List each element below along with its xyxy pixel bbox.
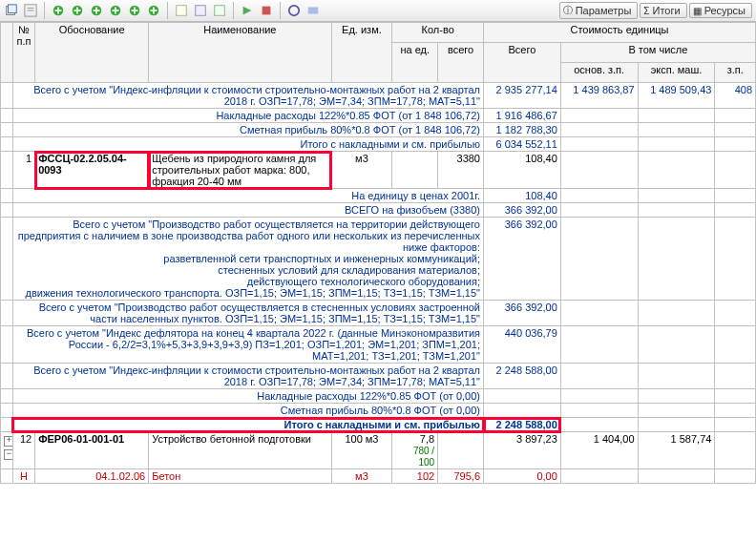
- table-row[interactable]: 1ФССЦ-02.2.05.04-0093Щебень из природног…: [1, 152, 756, 189]
- table-row[interactable]: ВСЕГО на физобъем (3380)366 392,00: [1, 203, 756, 218]
- cell-vsego: 1 182 788,30: [484, 123, 561, 137]
- toolbar-icon[interactable]: [286, 3, 302, 18]
- cell-eksp: [638, 203, 715, 218]
- col-vtom[interactable]: В том числе: [560, 43, 755, 63]
- cell-osn: [560, 189, 638, 203]
- cell-osn: [560, 301, 638, 326]
- grid-header: № п.п Обоснование Наименование Ед. изм. …: [1, 23, 756, 83]
- table-row[interactable]: Н04.1.02.06Бетонм3102795,60,00: [1, 469, 756, 484]
- summary-text: Сметная прибыль 80%*0.8 ФОТ (от 1 848 10…: [12, 123, 483, 137]
- box-icon: ▦: [693, 6, 702, 16]
- col-osn[interactable]: основ. з.п.: [560, 63, 638, 83]
- cell-osn: [560, 203, 638, 218]
- cell-vsego: [484, 389, 561, 404]
- svg-point-28: [289, 6, 300, 16]
- main-toolbar: ⓘ Параметры Σ Итоги ▦ Ресурсы: [0, 0, 756, 22]
- table-row[interactable]: На единицу в ценах 2001г.108,40: [1, 189, 756, 203]
- cell-zp: [715, 189, 756, 203]
- cell-code: ФССЦ-02.2.05.04-0093: [35, 152, 149, 189]
- table-row[interactable]: Накладные расходы 122%*0.85 ФОТ (от 1 84…: [1, 109, 756, 123]
- cell-osn: [560, 326, 638, 364]
- col-stoim[interactable]: Стоимость единицы: [484, 23, 756, 43]
- col-kolvo[interactable]: Кол-во: [392, 23, 484, 43]
- table-row[interactable]: Всего с учетом "Индекс дефлятора на коне…: [1, 326, 756, 364]
- table-row[interactable]: Всего с учетом "Производство работ осуще…: [1, 218, 756, 301]
- toolbar-icon[interactable]: [4, 3, 19, 18]
- cell-vsego: 1 916 486,67: [484, 109, 561, 123]
- cell-vsego: 2 248 588,00: [484, 364, 561, 389]
- cell-vsego: [484, 404, 561, 418]
- add-green-icon[interactable]: [127, 3, 142, 18]
- cell-zp: [715, 203, 756, 218]
- col-vsego-cost[interactable]: Всего: [484, 43, 561, 83]
- cell-kolvo-vsego: 3380: [438, 152, 484, 189]
- toolbar-icon[interactable]: [193, 3, 208, 18]
- table-row[interactable]: Сметная прибыль 80%*0.8 ФОТ (от 1 848 10…: [1, 123, 756, 137]
- cell-osn: [560, 137, 638, 152]
- add-green-icon[interactable]: [108, 3, 123, 18]
- cell-eksp: [638, 364, 715, 389]
- toolbar-icon[interactable]: [305, 3, 321, 18]
- add-green-icon[interactable]: [146, 3, 161, 18]
- cell-osn: [560, 109, 638, 123]
- col-edizm[interactable]: Ед. изм.: [331, 23, 392, 83]
- table-row[interactable]: Накладные расходы 122%*0.85 ФОТ (от 0,00…: [1, 389, 756, 404]
- cell-eksp: [638, 301, 715, 326]
- col-npp[interactable]: № п.п: [12, 23, 34, 83]
- cell-zp: [715, 137, 756, 152]
- cell-osn: [560, 418, 638, 432]
- tab-params[interactable]: ⓘ Параметры: [559, 2, 639, 19]
- col-naim[interactable]: Наименование: [149, 23, 331, 83]
- add-green-icon[interactable]: [51, 3, 66, 18]
- cell-vsego: 2 935 277,14: [484, 83, 561, 109]
- toolbar-icon[interactable]: [212, 3, 227, 18]
- cell-eksp: [638, 389, 715, 404]
- cell-cost-vsego: 108,40: [484, 152, 561, 189]
- svg-rect-25: [215, 6, 225, 16]
- col-zp[interactable]: з.п.: [715, 63, 756, 83]
- cell-osn: [560, 152, 638, 189]
- add-green-icon[interactable]: [70, 3, 85, 18]
- tab-label: Итоги: [653, 5, 681, 16]
- col-vsego[interactable]: всего: [438, 43, 484, 83]
- svg-rect-29: [308, 8, 319, 14]
- tree-toggle[interactable]: +−: [1, 432, 13, 469]
- svg-rect-24: [196, 6, 206, 16]
- table-row[interactable]: Сметная прибыль 80%*0.8 ФОТ (от 0,00): [1, 404, 756, 418]
- summary-text: Всего с учетом "Индекс-инфляции к стоимо…: [12, 364, 483, 389]
- col-eksp[interactable]: эксп. маш.: [638, 63, 715, 83]
- cell-kolvo-naed: [392, 152, 438, 189]
- toolbar-icon[interactable]: [259, 3, 274, 18]
- cell-zp: [715, 404, 756, 418]
- cell-code: ФЕР06-01-001-01: [35, 432, 149, 469]
- cell-osn: [560, 404, 638, 418]
- summary-text: На единицу в ценах 2001г.: [12, 189, 483, 203]
- cell-vsego: 6 034 552,11: [484, 137, 561, 152]
- cell-vsego: 366 392,00: [484, 203, 561, 218]
- table-row[interactable]: +−12ФЕР06-01-001-01Устройство бетонной п…: [1, 432, 756, 469]
- cell-eksp: 1 587,74: [638, 432, 715, 469]
- cell-zp: [715, 218, 756, 301]
- table-row[interactable]: Всего с учетом "Производство работ осуще…: [1, 301, 756, 326]
- cell-osn: [560, 389, 638, 404]
- estimate-grid[interactable]: № п.п Обоснование Наименование Ед. изм. …: [0, 22, 756, 484]
- tab-resursy[interactable]: ▦ Ресурсы: [689, 3, 752, 18]
- toolbar-icon[interactable]: [174, 3, 189, 18]
- table-row[interactable]: Всего с учетом "Индекс-инфляции к стоимо…: [1, 364, 756, 389]
- cell-kolvo-vsego: [438, 432, 484, 469]
- cell-kolvo-naed: 7,8780 / 100: [392, 432, 438, 469]
- col-naed[interactable]: на ед.: [392, 43, 438, 83]
- cell-eksp: [638, 189, 715, 203]
- summary-text: Всего с учетом "Индекс-инфляции к стоимо…: [12, 83, 483, 109]
- cell-name: Щебень из природного камня для строитель…: [149, 152, 331, 189]
- add-green-icon[interactable]: [89, 3, 104, 18]
- table-row[interactable]: Всего с учетом "Индекс-инфляции к стоимо…: [1, 83, 756, 109]
- cell-kolvo-vsego: 795,6: [438, 469, 484, 484]
- table-row[interactable]: Итого с накладными и см. прибылью6 034 5…: [1, 137, 756, 152]
- tree-toggle[interactable]: [1, 152, 13, 189]
- toolbar-icon[interactable]: [23, 3, 38, 18]
- tab-itogi[interactable]: Σ Итоги: [640, 3, 686, 18]
- col-obosn[interactable]: Обоснование: [35, 23, 149, 83]
- toolbar-icon[interactable]: [240, 3, 255, 18]
- table-row[interactable]: Итого с накладными и см. прибылью2 248 5…: [1, 418, 756, 432]
